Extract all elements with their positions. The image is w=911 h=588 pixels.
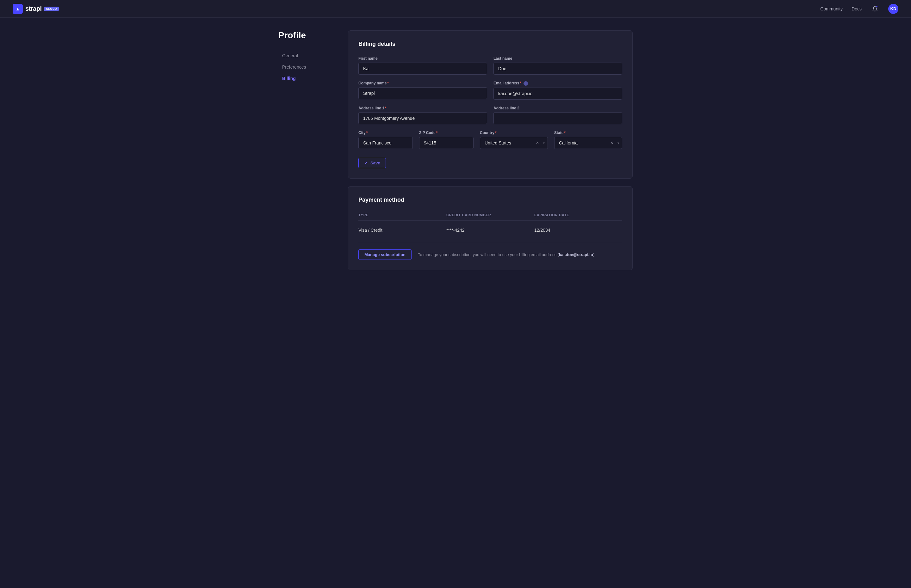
- name-row: First name Last name: [358, 56, 622, 74]
- country-select-wrapper: United States ✕ ▾: [480, 137, 548, 149]
- header-left: ▲ strapi CLOUD: [13, 4, 59, 14]
- payment-note: To manage your subscription, you will ne…: [418, 252, 594, 257]
- email-label: Email address* i: [494, 81, 622, 86]
- payment-table-row: Visa / Credit ****-4242 12/2034: [358, 225, 622, 235]
- header: ▲ strapi CLOUD Community Docs KD: [0, 0, 911, 18]
- first-name-group: First name: [358, 56, 487, 74]
- header-right: Community Docs KD: [820, 4, 898, 14]
- address1-label: Address line 1*: [358, 106, 487, 110]
- check-icon: ✓: [364, 161, 368, 165]
- col-card-value: ****-4242: [446, 228, 534, 233]
- sidebar-item-general[interactable]: General: [278, 50, 335, 61]
- first-name-input[interactable]: [358, 63, 487, 74]
- country-label: Country*: [480, 131, 548, 135]
- payment-table-header: TYPE CREDIT CARD NUMBER EXPIRATION DATE: [358, 212, 622, 221]
- nav-community-link[interactable]: Community: [820, 6, 843, 11]
- city-group: City*: [358, 131, 413, 149]
- sidebar-item-billing[interactable]: Billing: [278, 73, 335, 84]
- main-content: Billing details First name Last name Com…: [348, 30, 633, 278]
- manage-subscription-button[interactable]: Manage subscription: [358, 249, 411, 260]
- page-title: Profile: [278, 30, 335, 40]
- city-zip-country-state-row: City* ZIP Code* Country*: [358, 131, 622, 149]
- zip-input[interactable]: [419, 137, 474, 149]
- billing-details-title: Billing details: [358, 41, 622, 47]
- page-wrapper: Profile General Preferences Billing Bill…: [266, 18, 645, 291]
- strapi-logo[interactable]: ▲ strapi CLOUD: [13, 4, 59, 14]
- logo-icon: ▲: [13, 4, 23, 14]
- sidebar-item-preferences[interactable]: Preferences: [278, 62, 335, 72]
- country-clear-icon[interactable]: ✕: [536, 141, 539, 145]
- billing-email-note: kai.doe@strapi.io: [559, 252, 593, 257]
- country-group: Country* United States ✕ ▾: [480, 131, 548, 149]
- save-button[interactable]: ✓ Save: [358, 158, 386, 168]
- col-expiry-value: 12/2034: [534, 228, 622, 233]
- billing-details-card: Billing details First name Last name Com…: [348, 30, 633, 179]
- city-label: City*: [358, 131, 413, 135]
- state-group: State* California ✕ ▾: [554, 131, 622, 149]
- bell-icon[interactable]: [871, 5, 879, 13]
- zip-group: ZIP Code*: [419, 131, 474, 149]
- logo-text: strapi: [25, 5, 41, 12]
- cloud-badge: CLOUD: [44, 6, 59, 11]
- company-name-label: Company name*: [358, 81, 487, 86]
- required-star-email: *: [520, 81, 521, 86]
- required-star: *: [387, 81, 389, 86]
- last-name-input[interactable]: [494, 63, 622, 74]
- payment-method-title: Payment method: [358, 197, 622, 203]
- address1-group: Address line 1*: [358, 106, 487, 124]
- address2-group: Address line 2: [494, 106, 622, 124]
- required-star-addr1: *: [385, 106, 387, 110]
- nav-docs-link[interactable]: Docs: [851, 6, 862, 11]
- payment-footer: Manage subscription To manage your subsc…: [358, 243, 622, 260]
- col-expiry-header: EXPIRATION DATE: [534, 212, 622, 217]
- address1-input[interactable]: [358, 112, 487, 124]
- col-card-header: CREDIT CARD NUMBER: [446, 212, 534, 217]
- first-name-label: First name: [358, 56, 487, 61]
- address2-label: Address line 2: [494, 106, 622, 110]
- col-type-value: Visa / Credit: [358, 228, 446, 233]
- state-label: State*: [554, 131, 622, 135]
- email-group: Email address* i: [494, 81, 622, 100]
- company-email-row: Company name* Email address* i: [358, 81, 622, 100]
- notification-dot: [875, 5, 878, 8]
- city-input[interactable]: [358, 137, 413, 149]
- state-clear-icon[interactable]: ✕: [610, 141, 613, 145]
- last-name-label: Last name: [494, 56, 622, 61]
- avatar[interactable]: KD: [888, 4, 898, 14]
- payment-method-card: Payment method TYPE CREDIT CARD NUMBER E…: [348, 186, 633, 270]
- address2-input[interactable]: [494, 112, 622, 124]
- left-panel: Profile General Preferences Billing: [278, 30, 335, 278]
- address-row: Address line 1* Address line 2: [358, 106, 622, 124]
- email-input[interactable]: [494, 87, 622, 100]
- zip-label: ZIP Code*: [419, 131, 474, 135]
- col-type-header: TYPE: [358, 212, 446, 217]
- company-name-group: Company name*: [358, 81, 487, 100]
- company-name-input[interactable]: [358, 87, 487, 99]
- sidebar: General Preferences Billing: [278, 50, 335, 84]
- email-info-icon[interactable]: i: [524, 81, 528, 86]
- last-name-group: Last name: [494, 56, 622, 74]
- state-select-wrapper: California ✕ ▾: [554, 137, 622, 149]
